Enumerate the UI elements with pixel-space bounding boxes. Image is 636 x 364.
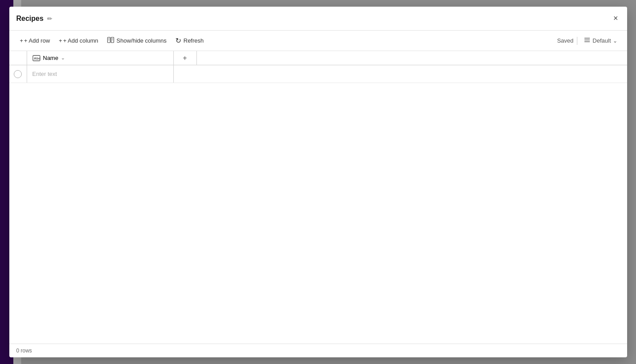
plus-icon-header: +: [183, 54, 187, 62]
modal-footer: 0 rows: [9, 344, 627, 357]
name-column-icon: Abc: [32, 55, 40, 61]
modal-body: Abc Name ⌄ +: [9, 51, 627, 344]
name-input[interactable]: [32, 71, 168, 77]
name-column-header[interactable]: Abc Name ⌄: [27, 51, 174, 65]
chevron-down-icon: ⌄: [613, 38, 617, 44]
list-icon: [584, 36, 591, 45]
default-view-label: Default: [592, 37, 611, 44]
refresh-button[interactable]: ↺ Refresh: [172, 34, 208, 47]
row-circle: [14, 70, 22, 78]
modal-header: Recipes ✏ ×: [9, 7, 627, 31]
close-button[interactable]: ×: [612, 12, 620, 25]
row-count-label: 0 rows: [16, 348, 32, 354]
show-hide-columns-label: Show/hide columns: [116, 37, 167, 44]
plus-icon-2: +: [59, 37, 62, 44]
refresh-icon: ↺: [176, 36, 181, 45]
recipes-modal: Recipes ✏ × + + Add row + + Add column: [9, 7, 627, 357]
view-selector[interactable]: Default ⌄: [581, 35, 620, 47]
refresh-label: Refresh: [184, 37, 204, 44]
modal-title: Recipes: [16, 15, 44, 23]
grid-container: Abc Name ⌄ +: [9, 51, 627, 344]
edit-icon[interactable]: ✏: [47, 15, 52, 22]
name-data-cell[interactable]: [27, 65, 174, 83]
toolbar: + + Add row + + Add column: [9, 31, 627, 51]
sort-icon: ⌄: [61, 55, 65, 61]
add-column-button[interactable]: + + Add column: [55, 35, 102, 46]
plus-icon: +: [20, 37, 24, 44]
add-column-label: + Add column: [63, 37, 98, 44]
add-row-label: + Add row: [24, 37, 50, 44]
name-column-label: Name: [43, 55, 59, 61]
add-column-icon-button[interactable]: +: [174, 51, 197, 65]
modal-title-area: Recipes ✏: [16, 15, 52, 23]
toolbar-right: Saved Default ⌄: [557, 35, 620, 47]
row-selector-cell[interactable]: [9, 65, 27, 83]
show-hide-columns-button[interactable]: Show/hide columns: [104, 34, 170, 47]
table-row: [9, 65, 627, 83]
row-num-header-cell: [9, 51, 27, 65]
saved-status: Saved: [557, 37, 573, 44]
svg-text:Abc: Abc: [34, 56, 40, 60]
grid-header-row: Abc Name ⌄ +: [9, 51, 627, 65]
show-hide-icon: [107, 36, 114, 45]
add-row-button[interactable]: + + Add row: [16, 35, 54, 46]
